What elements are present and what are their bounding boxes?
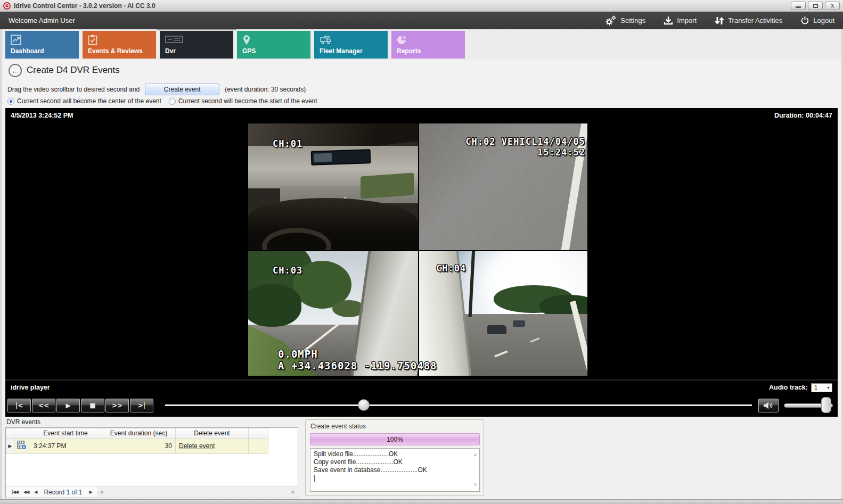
progress-bar: 100% [310, 433, 480, 445]
fleet-trucks-icon [320, 35, 333, 45]
tab-fleet-manager-label: Fleet Manager [320, 47, 363, 55]
play-button[interactable]: ▶ [56, 399, 80, 412]
video-quad-grid: CH:01 CH:02 VEHICL14/04/05 15:24:52 CH:0… [248, 123, 587, 376]
tab-dashboard[interactable]: Dashboard [5, 31, 79, 59]
column-event-start-time[interactable]: Event start time [29, 428, 102, 439]
maximize-button[interactable] [808, 2, 823, 10]
pie-chart-icon [397, 35, 407, 45]
video-duration: Duration: 00:04:47 [774, 112, 832, 119]
tab-fleet-manager[interactable]: Fleet Manager [314, 31, 388, 59]
prev-record-icon[interactable]: ◀ [34, 490, 37, 494]
page-title: Create D4 DVR Events [27, 65, 120, 76]
ch1-label-overlay: CH:01 [273, 138, 302, 149]
rearview-mirror [311, 149, 371, 166]
event-duration-cell: 30 [102, 439, 176, 454]
audio-track-label: Audio track: [769, 384, 808, 391]
ch2-time-overlay: 15:24:52 [537, 147, 585, 158]
tab-reports-label: Reports [397, 47, 421, 55]
first-record-icon[interactable]: |◀◀ [12, 490, 18, 494]
logout-label: Logout [813, 16, 834, 24]
radio-center-icon[interactable] [7, 98, 14, 105]
window-bottom-border [0, 499, 843, 504]
tab-dvr-label: Dvr [165, 47, 176, 55]
maximize-icon [813, 4, 818, 8]
rewind-button[interactable]: << [32, 399, 55, 412]
scroll-up-icon[interactable]: ▲ [474, 451, 477, 459]
go-to-end-button[interactable]: >| [130, 399, 153, 412]
seek-slider-thumb[interactable] [358, 399, 370, 411]
radio-start-icon[interactable] [169, 98, 176, 105]
video-channel-4: CH:04 [419, 251, 587, 376]
ch2-label-overlay: CH:02 VEHICL14/04/05 [465, 136, 585, 147]
record-navigator: |◀◀ ◀◀ ◀ Record 1 of 1 ▶ ▶▶ ▶▶| ◀ ▶ [6, 486, 298, 498]
dvr-device-icon [165, 35, 183, 44]
volume-slider-thumb[interactable] [821, 397, 831, 413]
tab-gps[interactable]: GPS [237, 31, 310, 59]
import-label: Import [677, 16, 697, 24]
mute-button[interactable] [758, 399, 779, 412]
settings-button[interactable]: Settings [605, 15, 645, 26]
scroll-right-icon[interactable]: ▶ [292, 490, 295, 494]
status-panel-title: Create event status [310, 423, 366, 430]
top-nav-bar: Welcome Admin User [0, 12, 843, 29]
create-event-status-panel: Create event status 100% Split video fil… [305, 419, 484, 496]
module-tabstrip: Dashboard Events & Reviews Dvr [0, 29, 843, 60]
import-download-icon [664, 16, 673, 26]
status-log-box[interactable]: Split video file....................OK C… [310, 448, 480, 492]
delete-event-link[interactable]: Delete event [179, 442, 215, 450]
radio-center-of-event[interactable]: Current second will become the center of… [7, 97, 161, 105]
log-caret: | [314, 474, 472, 482]
video-channel-2: CH:02 VEHICL14/04/05 15:24:52 [419, 123, 587, 250]
title-bar: Idrive Control Center - 3.0.2 version - … [0, 0, 843, 12]
radio-start-of-event[interactable]: Current second will become the start of … [169, 97, 317, 105]
tab-events-reviews[interactable]: Events & Reviews [83, 31, 156, 59]
log-line: Copy event file.....................OK [314, 458, 472, 466]
table-row[interactable]: ▶ 3:24:37 PM 30 Delete event [6, 439, 268, 454]
close-button[interactable]: X [825, 2, 840, 10]
fast-forward-button[interactable]: >> [105, 399, 129, 412]
app-logo-icon [3, 2, 11, 10]
settings-label: Settings [620, 16, 645, 24]
scroll-down-icon[interactable]: ▼ [474, 481, 477, 489]
create-event-button[interactable]: Create event [145, 84, 219, 95]
audio-track-select[interactable]: 1 ▼ [811, 383, 832, 392]
import-button[interactable]: Import [664, 16, 697, 26]
transfer-arrows-icon [715, 16, 724, 26]
video-timestamp: 4/5/2013 3:24:52 PM [11, 112, 73, 119]
tab-events-reviews-label: Events & Reviews [88, 47, 143, 55]
log-vertical-scrollbar[interactable]: ▲ ▼ [472, 449, 479, 491]
tab-dvr[interactable]: Dvr [160, 31, 233, 59]
close-icon: X [830, 3, 834, 9]
next-record-icon[interactable]: ▶ [89, 490, 92, 494]
tab-reports[interactable]: Reports [391, 31, 465, 59]
go-to-start-button[interactable]: |< [7, 399, 31, 412]
transfer-activities-button[interactable]: Transfer Activities [715, 16, 782, 26]
bottom-section: DVR events Event start time Event durati… [0, 417, 843, 498]
app-window: Idrive Control Center - 3.0.2 version - … [0, 0, 843, 504]
scroll-left-icon[interactable]: ◀ [100, 490, 103, 494]
ch3-label-overlay: CH:03 [273, 265, 302, 276]
column-event-duration[interactable]: Event duration (sec) [102, 428, 176, 439]
minimize-button[interactable] [791, 2, 806, 10]
prev-page-icon[interactable]: ◀◀ [23, 490, 29, 494]
speaker-icon [763, 401, 774, 410]
audio-track-value: 1 [814, 384, 817, 391]
horizontal-scrollbar[interactable]: ◀ ▶ [97, 486, 297, 497]
video-channel-3: CH:03 [248, 251, 418, 376]
log-line: Split video file....................OK [314, 450, 472, 458]
dropdown-arrow-icon: ▼ [826, 386, 832, 390]
back-button[interactable]: ← [9, 64, 22, 77]
stop-button[interactable]: ■ [81, 399, 104, 412]
minimize-icon [796, 6, 801, 8]
map-pin-icon [242, 35, 251, 45]
logout-button[interactable]: Logout [800, 16, 834, 25]
video-display-area: CH:01 CH:02 VEHICL14/04/05 15:24:52 CH:0… [5, 123, 838, 379]
window-left-border [0, 29, 2, 504]
video-channel-1: CH:01 [248, 123, 418, 250]
seek-slider-track[interactable] [165, 404, 752, 406]
ch4-label-overlay: CH:04 [436, 263, 466, 274]
column-delete-event[interactable]: Delete event [176, 428, 249, 439]
gear-icon [605, 15, 617, 26]
player-title-bar: idrive player Audio track: 1 ▼ [5, 379, 838, 394]
video-header-bar: 4/5/2013 3:24:52 PM Duration: 00:04:47 [5, 108, 838, 123]
